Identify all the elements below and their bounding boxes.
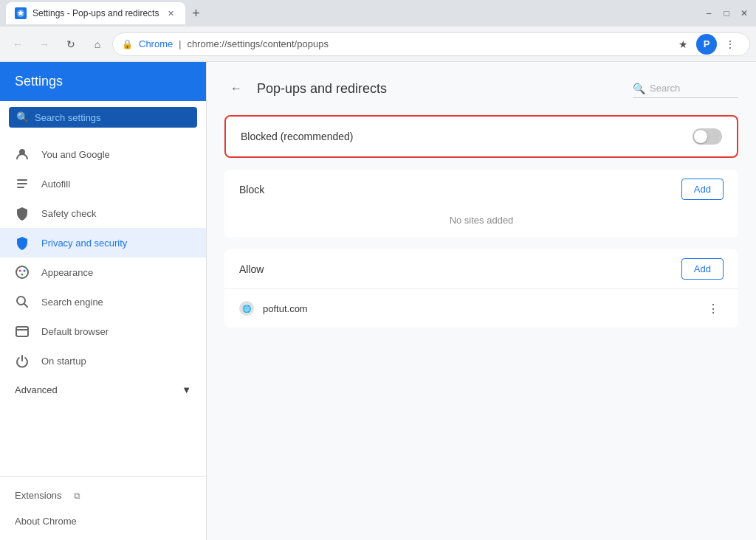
sidebar-item-label: On startup <box>41 356 86 367</box>
svg-line-10 <box>24 304 28 308</box>
blocked-label: Blocked (recommended) <box>241 131 693 142</box>
site-name: poftut.com <box>263 303 694 314</box>
shield-icon <box>15 206 30 221</box>
lock-icon: 🔒 <box>122 39 133 49</box>
advanced-label: Advanced <box>15 384 58 395</box>
extensions-label: Extensions <box>15 490 62 501</box>
profile-button[interactable]: P <box>696 34 717 55</box>
sidebar-item-safety-check[interactable]: Safety check <box>0 198 206 228</box>
address-bar-actions: ★ P ⋮ <box>673 34 740 55</box>
svg-point-7 <box>24 270 26 272</box>
about-chrome-label: About Chrome <box>15 516 77 527</box>
sidebar-item-label: You and Google <box>41 149 110 160</box>
tab-strip: Settings - Pop-ups and redirects ✕ + <box>6 2 206 24</box>
sidebar-item-extensions[interactable]: Extensions ⧉ <box>0 482 206 508</box>
tab-favicon <box>15 7 27 19</box>
chevron-down-icon: ▼ <box>182 384 191 395</box>
blocked-toggle[interactable] <box>693 128 722 145</box>
block-section-title: Block <box>239 184 681 195</box>
reload-button[interactable]: ↻ <box>59 32 83 56</box>
sidebar-item-label: Safety check <box>41 208 96 219</box>
chrome-label: Chrome <box>139 38 173 49</box>
page-back-button[interactable]: ← <box>224 77 248 100</box>
allow-add-button[interactable]: Add <box>681 258 724 280</box>
toggle-thumb <box>694 130 707 143</box>
sidebar-search-icon: 🔍 <box>16 111 29 123</box>
sidebar-item-label: Appearance <box>41 267 93 278</box>
url-text: chrome://settings/content/popups <box>187 38 329 49</box>
page-search-bar[interactable]: 🔍 <box>633 80 738 98</box>
browser-icon <box>15 324 30 339</box>
address-bar[interactable]: 🔒 Chrome | chrome://settings/content/pop… <box>112 32 750 56</box>
home-button[interactable]: ⌂ <box>86 32 109 56</box>
page-title: Pop-ups and redirects <box>257 81 624 97</box>
page-search-input[interactable] <box>650 83 738 94</box>
tab-title: Settings - Pop-ups and redirects <box>32 8 159 18</box>
no-sites-message: No sites added <box>224 209 738 238</box>
separator: | <box>179 39 181 49</box>
sidebar-item-label: Search engine <box>41 297 103 308</box>
menu-button[interactable]: ⋮ <box>720 34 740 55</box>
sidebar-item-about-chrome[interactable]: About Chrome <box>0 508 206 534</box>
page-header: ← Pop-ups and redirects 🔍 <box>224 77 738 100</box>
sidebar-search-input[interactable] <box>35 112 190 123</box>
allow-section-title: Allow <box>239 263 681 275</box>
blocked-recommended-row: Blocked (recommended) <box>224 115 738 158</box>
sidebar-item-default-browser[interactable]: Default browser <box>0 316 206 346</box>
list-icon <box>15 176 30 191</box>
main-content: ← Pop-ups and redirects 🔍 Blocked (recom… <box>207 62 756 540</box>
external-link-icon: ⧉ <box>74 491 80 501</box>
minimize-button[interactable]: – <box>703 7 715 19</box>
sidebar-item-label: Default browser <box>41 326 109 337</box>
browser-frame: Settings - Pop-ups and redirects ✕ + – □… <box>0 0 756 540</box>
sidebar-item-autofill[interactable]: Autofill <box>0 169 206 198</box>
svg-point-5 <box>16 266 28 278</box>
palette-icon <box>15 265 30 280</box>
block-add-button[interactable]: Add <box>681 179 724 200</box>
bookmark-button[interactable]: ★ <box>673 34 693 55</box>
site-row: 🌐 poftut.com ⋮ <box>224 288 738 328</box>
settings-title: Settings <box>15 74 191 89</box>
svg-rect-2 <box>17 179 27 181</box>
sidebar-item-search-engine[interactable]: Search engine <box>0 287 206 316</box>
title-bar: Settings - Pop-ups and redirects ✕ + – □… <box>0 0 756 27</box>
site-favicon-icon: 🌐 <box>239 301 254 316</box>
window-controls: – □ ✕ <box>703 7 750 19</box>
search-icon <box>15 294 30 309</box>
person-icon <box>15 147 30 162</box>
block-section: Block Add No sites added <box>224 170 738 238</box>
power-icon <box>15 353 30 368</box>
svg-rect-11 <box>16 327 28 336</box>
allow-section: Allow Add 🌐 poftut.com ⋮ <box>224 249 738 328</box>
sidebar-item-privacy-and-security[interactable]: Privacy and security <box>0 228 206 257</box>
sidebar: Settings 🔍 You and Google <box>0 62 207 540</box>
shield-blue-icon <box>15 235 30 250</box>
forward-button[interactable]: → <box>32 32 56 56</box>
sidebar-advanced-section[interactable]: Advanced ▼ <box>0 375 206 398</box>
sidebar-item-label: Privacy and security <box>41 238 127 249</box>
new-tab-button[interactable]: + <box>185 3 206 24</box>
svg-rect-3 <box>17 183 27 184</box>
block-section-header: Block Add <box>224 170 738 209</box>
allow-section-header: Allow Add <box>224 249 738 288</box>
page-search-icon: 🔍 <box>633 83 645 94</box>
sidebar-header: Settings <box>0 62 206 101</box>
svg-rect-4 <box>17 187 24 188</box>
site-more-button[interactable]: ⋮ <box>703 298 724 319</box>
sidebar-nav: You and Google Autofill <box>0 134 206 470</box>
sidebar-bottom: Extensions ⧉ About Chrome <box>0 476 206 540</box>
close-button[interactable]: ✕ <box>738 7 750 19</box>
maximize-button[interactable]: □ <box>721 7 732 19</box>
sidebar-item-you-and-google[interactable]: You and Google <box>0 139 206 169</box>
navigation-bar: ← → ↻ ⌂ 🔒 Chrome | chrome://settings/con… <box>0 27 756 62</box>
settings-container: Settings 🔍 You and Google <box>0 62 756 540</box>
active-tab[interactable]: Settings - Pop-ups and redirects ✕ <box>6 2 185 24</box>
tab-close-button[interactable]: ✕ <box>165 7 176 19</box>
back-button[interactable]: ← <box>6 32 30 56</box>
sidebar-search-bar[interactable]: 🔍 <box>9 107 197 128</box>
sidebar-item-appearance[interactable]: Appearance <box>0 257 206 287</box>
sidebar-item-label: Autofill <box>41 179 70 190</box>
sidebar-item-on-startup[interactable]: On startup <box>0 346 206 375</box>
svg-point-8 <box>21 274 24 276</box>
svg-point-6 <box>19 270 21 272</box>
